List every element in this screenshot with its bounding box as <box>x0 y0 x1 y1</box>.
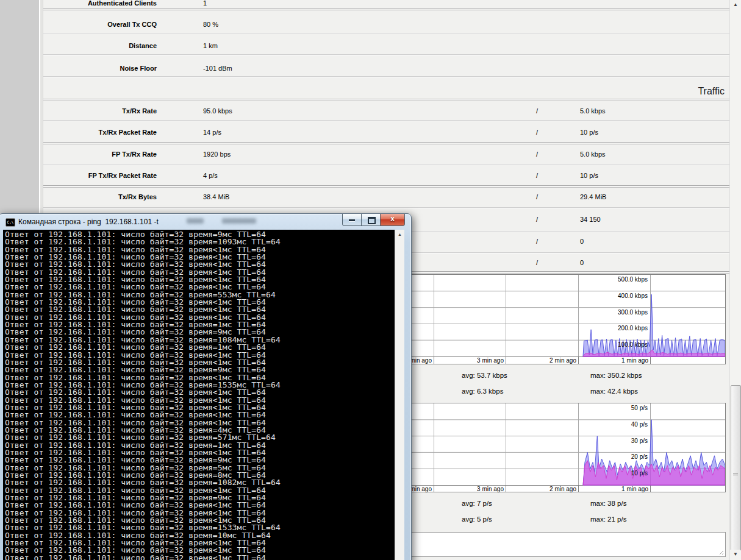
stat-label: FP Tx/Rx Rate <box>41 151 157 158</box>
ping-output-text: Ответ от 192.168.1.101: число байт=32 вр… <box>3 230 395 560</box>
stat-label: Tx/Rx Packet Rate <box>41 129 157 136</box>
value-separator: / <box>536 193 538 200</box>
stat-value: 38.4 MiB <box>203 193 229 200</box>
row-separator <box>43 142 729 143</box>
screen: Authenticated Clients1Overall Tx CCQ80 %… <box>0 0 741 560</box>
cmd-window-title: Командная строка - ping 192.168.1.101 -t <box>18 218 159 226</box>
stat-label: Tx/Rx Rate <box>41 107 157 115</box>
row-separator <box>43 187 729 188</box>
stat-value: 14 p/s <box>203 129 221 136</box>
value-separator: / <box>536 172 538 179</box>
value-separator: / <box>536 151 538 158</box>
page-scrollbar[interactable]: ▲ ▼ <box>729 0 741 560</box>
cmd-console-output[interactable]: Ответ от 192.168.1.101: число байт=32 вр… <box>3 230 395 560</box>
glass-blur-ghost <box>222 218 256 224</box>
stat-value: 95.0 kbps <box>203 107 232 115</box>
avg-value: avg: 53.7 kbps <box>462 372 507 379</box>
row-separator <box>43 120 729 121</box>
row-separator <box>43 185 729 186</box>
max-value: max: 21 p/s <box>590 516 626 523</box>
stat-value: 5.0 kbps <box>580 107 606 115</box>
stat-value: 1920 bps <box>203 151 231 158</box>
avg-value: avg: 6.3 kbps <box>462 388 503 395</box>
value-separator: / <box>536 107 538 115</box>
scrollbar-thumb[interactable] <box>731 385 741 551</box>
stat-label: FP Tx/Rx Packet Rate <box>41 172 157 179</box>
cmd-prompt-icon: C:\ <box>5 218 15 227</box>
stat-label: Distance <box>41 42 157 49</box>
stat-value: 29.4 MiB <box>580 193 606 200</box>
avg-value: avg: 7 p/s <box>462 500 492 507</box>
stat-label: Tx/Rx Bytes <box>41 193 157 200</box>
max-value: max: 42.4 kbps <box>590 388 638 395</box>
minimize-button[interactable] <box>342 214 362 226</box>
stat-value: 1 km <box>203 42 218 49</box>
row-separator <box>43 207 729 208</box>
max-value: max: 350.2 kbps <box>590 372 642 379</box>
cmd-titlebar[interactable]: C:\ Командная строка - ping 192.168.1.10… <box>0 214 411 230</box>
stat-label: Noise Floor <box>41 65 157 72</box>
max-value: max: 38 p/s <box>590 500 626 507</box>
stat-value: 10 p/s <box>580 129 598 136</box>
row-separator <box>43 33 729 34</box>
scrollbar-thumb-grip-icon <box>733 473 738 477</box>
glass-blur-ghost <box>187 218 204 224</box>
maximize-button[interactable] <box>361 214 381 226</box>
row-separator <box>43 54 729 55</box>
scroll-up-button[interactable]: ▲ <box>731 0 740 10</box>
minimize-icon <box>349 219 355 221</box>
stat-value: -101 dBm <box>203 65 232 72</box>
row-separator <box>43 8 729 9</box>
stat-value: 0 <box>580 238 584 245</box>
value-separator: / <box>536 129 538 136</box>
stat-value: 4 p/s <box>203 172 218 179</box>
row-separator <box>43 164 729 165</box>
scroll-up-icon: ▲ <box>733 2 738 7</box>
avg-value: avg: 5 p/s <box>462 516 492 523</box>
scroll-down-icon: ▼ <box>733 551 738 557</box>
textarea-resize-grip-icon[interactable] <box>718 549 723 555</box>
stat-value: 10 p/s <box>580 172 598 179</box>
cmd-console-scrollbar[interactable]: ▲ <box>395 230 404 560</box>
stat-label: Overall Tx CCQ <box>41 21 157 28</box>
stat-label: Authenticated Clients <box>41 0 157 7</box>
row-separator <box>43 10 729 10</box>
close-button[interactable]: x <box>380 214 405 226</box>
value-separator: / <box>536 216 538 223</box>
traffic-section-title: Traffic <box>698 86 725 97</box>
stat-value: 80 % <box>203 21 218 28</box>
stat-value: 0 <box>580 259 584 266</box>
stat-value: 1 <box>203 0 207 7</box>
cmd-window[interactable]: C:\ Командная строка - ping 192.168.1.10… <box>0 213 412 560</box>
maximize-icon <box>368 217 376 224</box>
console-scroll-up-icon: ▲ <box>395 230 404 239</box>
row-separator <box>43 101 729 101</box>
scroll-down-button[interactable]: ▼ <box>731 550 740 559</box>
value-separator: / <box>536 238 538 245</box>
row-separator <box>43 144 729 144</box>
row-separator <box>43 76 729 77</box>
stat-value: 34 150 <box>580 216 601 223</box>
value-separator: / <box>536 259 538 266</box>
stat-value: 5.0 kbps <box>580 151 606 158</box>
row-separator <box>43 99 729 100</box>
close-icon: x <box>381 214 404 223</box>
